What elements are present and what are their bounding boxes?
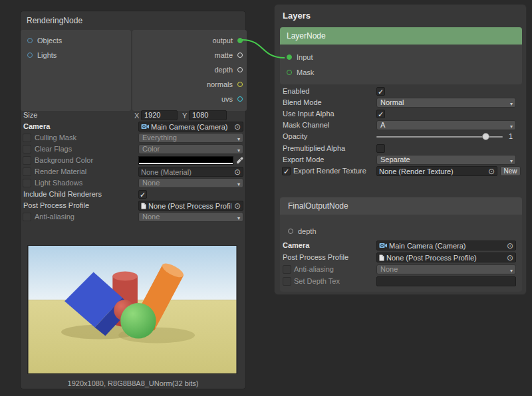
clear-flags-dropdown[interactable]: Color ▾ — [138, 144, 243, 154]
final-post-process-profile-label: Post Process Profile — [283, 253, 348, 261]
chevron-down-icon: ▾ — [510, 122, 513, 130]
camera-object-field[interactable]: Main Camera (Camera) ⊙ — [138, 122, 243, 132]
render-material-object-field[interactable]: None (Material) ⊙ — [138, 167, 243, 177]
export-mode-dropdown[interactable]: Separate ▾ — [376, 155, 516, 165]
export-render-texture-checkbox[interactable]: ✓ — [282, 167, 291, 175]
light-shadows-dropdown[interactable]: None ▾ — [138, 178, 243, 188]
port-row-final-depth[interactable]: depth — [281, 224, 317, 239]
object-picker-icon[interactable]: ⊙ — [233, 168, 241, 176]
check-icon: ✓ — [378, 110, 384, 118]
uvs-port-icon[interactable] — [237, 96, 243, 102]
anti-aliasing-dropdown[interactable]: None ▾ — [138, 212, 243, 222]
final-depth-port-icon[interactable] — [288, 229, 293, 234]
mask-channel-value: A — [380, 121, 385, 129]
object-picker-icon[interactable]: ⊙ — [487, 167, 495, 175]
use-input-alpha-label: Use Input Alpha — [283, 110, 334, 118]
depth-port-icon[interactable] — [237, 67, 243, 72]
new-render-texture-button[interactable]: New — [500, 166, 521, 176]
include-child-renderers-checkbox[interactable]: ✓ — [138, 190, 147, 199]
final-anti-aliasing-override-checkbox[interactable] — [283, 265, 291, 274]
normals-port-icon[interactable] — [237, 82, 243, 87]
anti-aliasing-label: Anti-aliasing — [35, 213, 74, 221]
port-row-uvs[interactable]: uvs — [132, 92, 247, 106]
port-row-objects[interactable]: Objects — [21, 33, 131, 48]
opacity-slider-thumb[interactable] — [482, 133, 489, 140]
blend-mode-dropdown[interactable]: Normal ▾ — [376, 98, 516, 108]
port-row-lights[interactable]: Lights — [21, 48, 131, 62]
blend-mode-value: Normal — [380, 98, 404, 106]
profile-icon — [379, 254, 384, 261]
opacity-value: 1 — [509, 132, 513, 140]
final-anti-aliasing-dropdown[interactable]: None ▾ — [376, 264, 516, 274]
layer-node-ports: Input Mask — [280, 45, 522, 84]
mask-port-icon[interactable] — [287, 70, 292, 75]
final-camera-object-field[interactable]: Main Camera (Camera) ⊙ — [376, 241, 516, 250]
camera-icon — [141, 124, 149, 130]
render-material-override-checkbox[interactable] — [23, 167, 31, 176]
object-picker-icon[interactable]: ⊙ — [233, 202, 241, 210]
object-picker-icon[interactable]: ⊙ — [506, 254, 514, 262]
set-depth-tex-field[interactable] — [376, 276, 516, 286]
objects-port-icon[interactable] — [27, 38, 33, 43]
use-input-alpha-checkbox[interactable]: ✓ — [376, 110, 385, 118]
lights-port-icon[interactable] — [27, 52, 33, 58]
matte-port-label: matte — [214, 51, 233, 59]
premultiplied-alpha-checkbox[interactable] — [376, 144, 385, 153]
final-post-process-profile-object-field[interactable]: None (Post Process Profile) ⊙ — [376, 252, 516, 262]
premultiplied-alpha-label: Premultiplied Alpha — [283, 144, 345, 152]
size-y-field[interactable]: 1080 — [189, 110, 227, 120]
check-icon: ✓ — [378, 88, 384, 96]
export-render-texture-object-field[interactable]: None (Render Texture) ⊙ — [376, 166, 497, 176]
port-row-input[interactable]: Input — [280, 49, 522, 64]
rendering-node[interactable]: RenderingNode Objects Lights output matt… — [20, 11, 246, 389]
set-depth-tex-override-checkbox[interactable] — [283, 277, 291, 286]
size-y-value: 1080 — [192, 111, 208, 119]
camera-row: Camera Main Camera (Camera) ⊙ — [21, 121, 245, 132]
opacity-row: Opacity 1 — [275, 131, 526, 142]
layers-panel: Layers LayerNode Input Mask Enabled ✓ — [274, 4, 527, 295]
post-process-profile-object-field[interactable]: None (Post Process Profile) ⊙ — [138, 201, 243, 211]
export-mode-label: Export Mode — [283, 155, 324, 163]
eyedropper-icon[interactable] — [236, 157, 243, 164]
size-x-field[interactable]: 1920 — [141, 110, 178, 120]
final-post-process-profile-value: None (Post Process Profile) — [386, 254, 504, 262]
port-row-output[interactable]: output — [132, 33, 247, 48]
uvs-port-label: uvs — [221, 95, 233, 103]
chevron-down-icon: ▾ — [510, 157, 513, 165]
matte-port-icon[interactable] — [237, 52, 243, 58]
culling-mask-override-checkbox[interactable] — [23, 134, 31, 142]
clear-flags-label: Clear Flags — [35, 145, 72, 153]
port-row-depth[interactable]: depth — [132, 62, 247, 77]
export-mode-row: Export Mode Separate ▾ — [275, 154, 526, 165]
port-row-matte[interactable]: matte — [132, 48, 247, 62]
output-port-icon[interactable] — [237, 38, 243, 43]
port-row-normals[interactable]: normals — [132, 77, 247, 92]
mask-channel-dropdown[interactable]: A ▾ — [376, 120, 516, 130]
rendering-node-input-ports: Objects Lights — [21, 30, 131, 111]
culling-mask-dropdown[interactable]: Everything ▾ — [138, 133, 243, 143]
include-child-renderers-label: Include Child Renderers — [23, 190, 102, 198]
background-color-row: Background Color — [21, 155, 245, 166]
object-picker-icon[interactable]: ⊙ — [506, 242, 514, 250]
final-depth-port-label: depth — [298, 227, 317, 235]
layers-panel-title: Layers — [283, 11, 311, 21]
check-icon: ✓ — [140, 191, 146, 199]
port-row-mask[interactable]: Mask — [280, 64, 522, 80]
chevron-down-icon: ▾ — [510, 100, 513, 108]
mask-channel-label: Mask Channel — [283, 121, 329, 129]
input-port-icon[interactable] — [287, 54, 292, 60]
enabled-checkbox[interactable]: ✓ — [376, 87, 385, 96]
light-shadows-override-checkbox[interactable] — [23, 179, 31, 187]
anti-aliasing-override-checkbox[interactable] — [23, 213, 31, 221]
clear-flags-override-checkbox[interactable] — [23, 145, 31, 153]
background-color-override-checkbox[interactable] — [23, 156, 31, 165]
background-color-swatch[interactable] — [138, 156, 233, 165]
object-picker-icon[interactable]: ⊙ — [233, 123, 241, 131]
depth-port-label: depth — [214, 66, 233, 74]
final-output-node[interactable]: FinalOutputNode depth Camera Main Camera… — [280, 197, 522, 292]
light-shadows-value: None — [142, 179, 160, 187]
mask-channel-row: Mask Channel A ▾ — [275, 120, 526, 131]
final-output-node-header[interactable]: FinalOutputNode — [280, 197, 522, 215]
layer-node-header[interactable]: LayerNode — [280, 27, 522, 45]
layer-node[interactable]: LayerNode Input Mask — [280, 27, 522, 84]
